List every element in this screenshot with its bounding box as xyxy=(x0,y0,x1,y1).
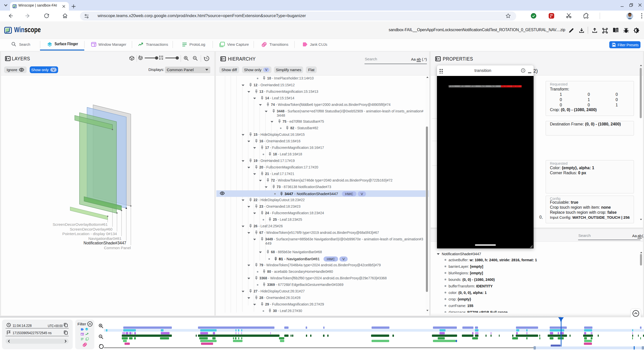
svg-text:P: 0 / 1: P: 0 / 1 xyxy=(449,85,454,87)
svg-text:dY: 0.0: dY: 0.0 xyxy=(470,85,475,87)
svg-text:Xv: 0.0: Xv: 0.0 xyxy=(481,85,486,87)
svg-text:dX: 0.0: dX: 0.0 xyxy=(460,85,465,87)
svg-text:Yv: 0.0: Yv: 0.0 xyxy=(491,85,496,87)
svg-text:Prs: 1.0: Prs: 1.0 xyxy=(501,85,507,87)
svg-text:Size: 1.0: Size: 1.0 xyxy=(512,85,518,87)
